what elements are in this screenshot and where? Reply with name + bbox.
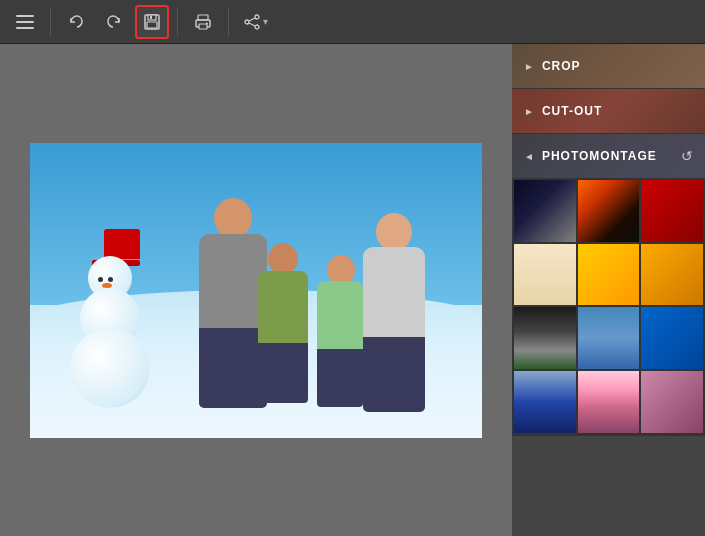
snowman-nose [102, 283, 112, 288]
share-button[interactable]: ▾ [237, 9, 274, 35]
thumbnail-cow[interactable] [514, 307, 576, 369]
share-icon [243, 13, 261, 31]
toolbar: ▾ [0, 0, 705, 44]
thumbnail-cherry[interactable] [578, 371, 640, 433]
photo-container [30, 143, 482, 438]
right-sidebar: ► CROP ► CUT-OUT ◄ PHOTOMONTAGE [512, 44, 705, 536]
person-child2-body [317, 281, 363, 351]
undo-button[interactable] [59, 5, 93, 39]
person-adult-female [358, 213, 430, 418]
hat-top [104, 229, 140, 259]
save-icon [143, 13, 161, 31]
canvas-area [0, 44, 512, 536]
person-adult-male-head [214, 198, 252, 238]
thumbnail-tree[interactable] [578, 180, 640, 242]
thumb-venice-bg [578, 307, 640, 369]
thumbnail-venice[interactable] [578, 307, 640, 369]
menu-line-3 [16, 27, 34, 29]
snowman-body-bottom [70, 328, 150, 408]
person-child1 [253, 243, 313, 408]
thumbnail-blue[interactable] [641, 307, 703, 369]
sidebar-section-cutout: ► CUT-OUT [512, 89, 705, 134]
thumbnail-cat[interactable] [514, 244, 576, 306]
thumb-monster-bg [578, 244, 640, 306]
redo-icon [105, 13, 123, 31]
svg-point-10 [255, 25, 259, 29]
thumb-cherry-bg [578, 371, 640, 433]
thumb-moon-bg [514, 180, 576, 242]
thumbnail-yellow[interactable] [641, 244, 703, 306]
cutout-section-label: CUT-OUT [542, 104, 602, 118]
print-button[interactable] [186, 5, 220, 39]
thumbnail-gondola[interactable] [514, 371, 576, 433]
person-adult-female-body [363, 247, 425, 342]
svg-rect-2 [150, 15, 152, 19]
sidebar-section-photomontage: ◄ PHOTOMONTAGE ↺ [512, 134, 705, 436]
photomontage-expand-arrow: ◄ [524, 151, 534, 162]
thumb-blue-bg [641, 307, 703, 369]
thumb-cat-bg [514, 244, 576, 306]
person-child1-head [268, 243, 298, 275]
separator-3 [228, 8, 229, 36]
thumbnail-grid [512, 178, 705, 435]
thumb-cow-bg [514, 307, 576, 369]
thumb-gondola-bg [514, 371, 576, 433]
photomontage-header-content: ◄ PHOTOMONTAGE [524, 149, 657, 163]
person-child1-legs [258, 343, 308, 403]
photomontage-section-header[interactable]: ◄ PHOTOMONTAGE ↺ [512, 134, 705, 178]
thumb-yellow-bg [641, 244, 703, 306]
svg-point-7 [206, 22, 208, 24]
person-child2-legs [317, 349, 363, 407]
undo-icon [67, 13, 85, 31]
share-chevron-icon: ▾ [263, 16, 268, 27]
print-icon [194, 13, 212, 31]
person-child2 [313, 255, 368, 410]
thumbnail-pink[interactable] [641, 371, 703, 433]
crop-section-header[interactable]: ► CROP [512, 44, 705, 88]
cutout-header-content: ► CUT-OUT [524, 104, 602, 118]
thumbnail-moon[interactable] [514, 180, 576, 242]
cutout-expand-arrow: ► [524, 106, 534, 117]
menu-line-2 [16, 21, 34, 23]
photo-canvas[interactable] [30, 143, 482, 438]
main-area: ► CROP ► CUT-OUT ◄ PHOTOMONTAGE [0, 44, 705, 536]
menu-line-1 [16, 15, 34, 17]
person-adult-female-legs [363, 337, 425, 412]
svg-line-12 [249, 23, 255, 26]
crop-header-content: ► CROP [524, 59, 581, 73]
thumbnail-red[interactable] [641, 180, 703, 242]
menu-button[interactable] [8, 5, 42, 39]
photomontage-reset-icon[interactable]: ↺ [681, 148, 693, 164]
svg-point-8 [255, 15, 259, 19]
people-group [150, 178, 472, 418]
separator-1 [50, 8, 51, 36]
separator-2 [177, 8, 178, 36]
svg-rect-3 [147, 22, 157, 28]
thumb-red-bg [641, 180, 703, 242]
cutout-section-header[interactable]: ► CUT-OUT [512, 89, 705, 133]
person-adult-female-head [376, 213, 412, 251]
crop-section-label: CROP [542, 59, 581, 73]
redo-button[interactable] [97, 5, 131, 39]
svg-line-11 [249, 18, 255, 21]
svg-rect-6 [199, 24, 207, 29]
crop-expand-arrow: ► [524, 61, 534, 72]
person-child1-body [258, 271, 308, 346]
snowman-eye-right [108, 277, 113, 282]
photo-frame [30, 143, 482, 438]
thumbnail-monster[interactable] [578, 244, 640, 306]
snowman-eye-left [98, 277, 103, 282]
thumb-tree-bg [578, 180, 640, 242]
photomontage-section-label: PHOTOMONTAGE [542, 149, 657, 163]
save-button[interactable] [135, 5, 169, 39]
sidebar-section-crop: ► CROP [512, 44, 705, 89]
thumb-pink-bg [641, 371, 703, 433]
svg-point-9 [245, 20, 249, 24]
